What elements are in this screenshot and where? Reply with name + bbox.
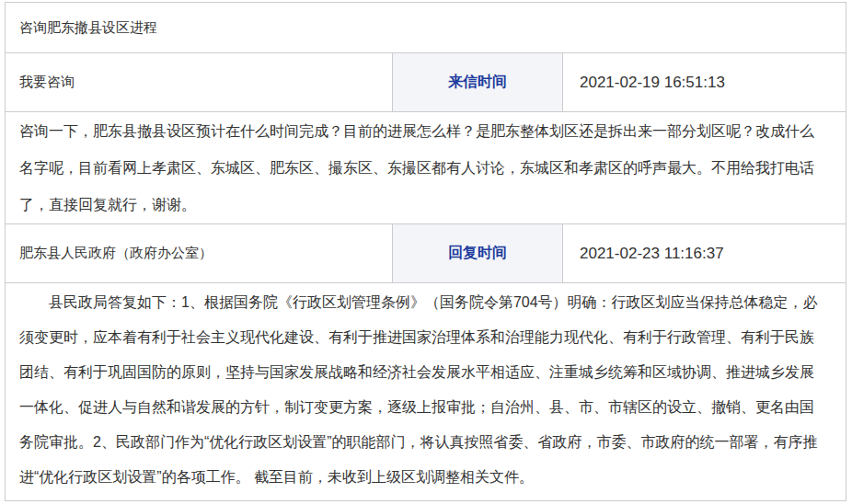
reply-content-row: 县民政局答复如下：1、根据国务院《行政区划管理条例》（国务院令第704号）明确：… xyxy=(6,283,846,500)
reply-time-value-cell: 2021-02-23 11:16:37 xyxy=(563,224,846,282)
letter-time-value-cell: 2021-02-19 16:51:13 xyxy=(563,53,846,111)
inquiry-meta-row: 我要咨询 来信时间 2021-02-19 16:51:13 xyxy=(6,53,846,112)
inquiry-content-row: 咨询一下，肥东县撤县设区预计在什么时间完成？目前的进展怎么样？是肥东整体划区还是… xyxy=(6,112,846,224)
inquiry-type-label: 我要咨询 xyxy=(19,74,75,91)
letter-time-value: 2021-02-19 16:51:13 xyxy=(580,74,725,92)
reply-time-label-cell: 回复时间 xyxy=(393,224,563,282)
inquiry-detail-table: 咨询肥东撤县设区进程 我要咨询 来信时间 2021-02-19 16:51:13… xyxy=(5,2,846,501)
letter-time-label-cell: 来信时间 xyxy=(393,53,563,111)
reply-time-value: 2021-02-23 11:16:37 xyxy=(580,245,724,263)
inquiry-type-cell: 我要咨询 xyxy=(6,53,393,111)
reply-agency: 肥东县人民政府（政府办公室） xyxy=(19,245,213,262)
inquiry-content-text: 咨询一下，肥东县撤县设区预计在什么时间完成？目前的进展怎么样？是肥东整体划区还是… xyxy=(19,113,827,223)
reply-agency-cell: 肥东县人民政府（政府办公室） xyxy=(6,224,393,282)
reply-content-text: 县民政局答复如下：1、根据国务院《行政区划管理条例》（国务院令第704号）明确：… xyxy=(19,285,827,495)
inquiry-title: 咨询肥东撤县设区进程 xyxy=(19,19,157,37)
letter-time-label: 来信时间 xyxy=(448,73,507,92)
reply-time-label: 回复时间 xyxy=(448,244,507,263)
reply-meta-row: 肥东县人民政府（政府办公室） 回复时间 2021-02-23 11:16:37 xyxy=(6,224,846,283)
inquiry-title-row: 咨询肥东撤县设区进程 xyxy=(6,3,846,53)
